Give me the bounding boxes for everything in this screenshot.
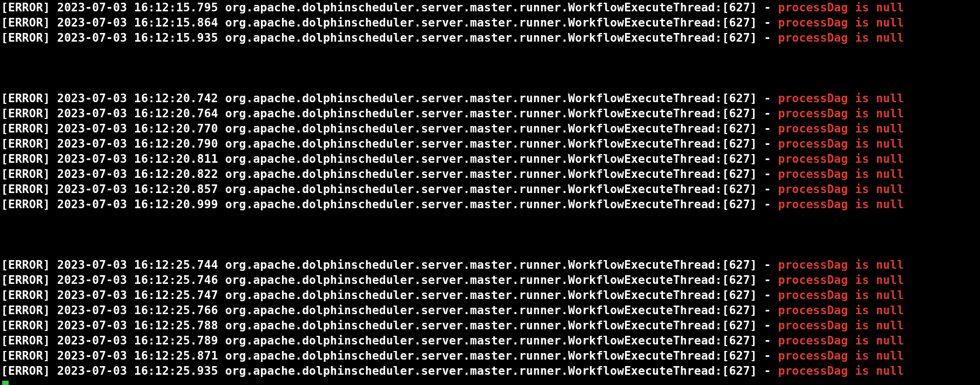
log-separator: -	[764, 1, 771, 14]
log-class: org.apache.dolphinscheduler.server.maste…	[225, 137, 757, 150]
log-message: processDag is null	[778, 122, 904, 135]
log-timestamp: 2023-07-03 16:12:20.822	[57, 167, 218, 181]
log-message: processDag is null	[778, 1, 904, 14]
log-level: [ERROR]	[1, 107, 50, 120]
log-class: org.apache.dolphinscheduler.server.maste…	[225, 182, 757, 196]
log-timestamp: 2023-07-03 16:12:15.935	[57, 31, 218, 44]
log-timestamp: 2023-07-03 16:12:15.795	[57, 1, 218, 14]
log-line: [ERROR] 2023-07-03 16:12:25.788 org.apac…	[1, 318, 979, 333]
blank-gap	[1, 212, 979, 257]
log-line: [ERROR] 2023-07-03 16:12:20.811 org.apac…	[1, 151, 979, 167]
log-level: [ERROR]	[1, 364, 50, 377]
log-line: [ERROR] 2023-07-03 16:12:25.766 org.apac…	[1, 303, 979, 318]
log-separator: -	[764, 197, 771, 211]
log-class: org.apache.dolphinscheduler.server.maste…	[225, 334, 757, 347]
log-class: org.apache.dolphinscheduler.server.maste…	[225, 91, 757, 105]
log-timestamp: 2023-07-03 16:12:20.742	[57, 91, 218, 105]
log-class: org.apache.dolphinscheduler.server.maste…	[225, 107, 757, 120]
log-timestamp: 2023-07-03 16:12:25.788	[57, 318, 218, 332]
log-message: processDag is null	[778, 364, 904, 377]
log-level: [ERROR]	[1, 273, 50, 287]
log-line: [ERROR] 2023-07-03 16:12:20.770 org.apac…	[1, 121, 979, 136]
log-line: [ERROR] 2023-07-03 16:12:15.795 org.apac…	[1, 0, 979, 15]
log-message: processDag is null	[778, 303, 904, 317]
log-separator: -	[764, 303, 771, 317]
log-separator: -	[764, 364, 771, 377]
log-line: [ERROR] 2023-07-03 16:12:20.790 org.apac…	[1, 136, 979, 151]
log-level: [ERROR]	[1, 122, 50, 135]
log-class: org.apache.dolphinscheduler.server.maste…	[225, 364, 757, 377]
log-class: org.apache.dolphinscheduler.server.maste…	[225, 273, 757, 287]
log-message: processDag is null	[778, 31, 904, 44]
log-timestamp: 2023-07-03 16:12:20.811	[57, 152, 218, 165]
log-timestamp: 2023-07-03 16:12:20.764	[57, 107, 218, 120]
blank-gap	[1, 45, 979, 91]
log-message: processDag is null	[778, 167, 904, 181]
log-message: processDag is null	[778, 349, 904, 362]
log-message: processDag is null	[778, 258, 904, 271]
log-separator: -	[764, 16, 771, 29]
log-level: [ERROR]	[1, 91, 50, 105]
log-timestamp: 2023-07-03 16:12:20.770	[57, 122, 218, 135]
log-level: [ERROR]	[1, 318, 50, 332]
log-timestamp: 2023-07-03 16:12:25.789	[57, 334, 218, 347]
log-timestamp: 2023-07-03 16:12:20.790	[57, 137, 218, 150]
log-line: [ERROR] 2023-07-03 16:12:25.935 org.apac…	[1, 363, 979, 379]
log-class: org.apache.dolphinscheduler.server.maste…	[225, 349, 757, 362]
log-timestamp: 2023-07-03 16:12:25.747	[57, 288, 218, 302]
log-message: processDag is null	[778, 318, 904, 332]
log-level: [ERROR]	[1, 137, 50, 150]
log-level: [ERROR]	[1, 167, 50, 181]
log-separator: -	[764, 107, 771, 120]
log-line: [ERROR] 2023-07-03 16:12:25.789 org.apac…	[1, 333, 979, 348]
log-level: [ERROR]	[1, 349, 50, 362]
log-class: org.apache.dolphinscheduler.server.maste…	[225, 16, 757, 29]
log-separator: -	[764, 318, 771, 332]
log-class: org.apache.dolphinscheduler.server.maste…	[225, 1, 757, 14]
terminal-output[interactable]: [ERROR] 2023-07-03 16:12:15.795 org.apac…	[0, 0, 980, 385]
log-message: processDag is null	[778, 288, 904, 302]
log-class: org.apache.dolphinscheduler.server.maste…	[225, 31, 757, 44]
log-separator: -	[764, 167, 771, 181]
log-line: [ERROR] 2023-07-03 16:12:25.746 org.apac…	[1, 273, 979, 288]
log-timestamp: 2023-07-03 16:12:25.935	[57, 364, 218, 377]
log-message: processDag is null	[778, 107, 904, 120]
log-separator: -	[764, 288, 771, 302]
log-level: [ERROR]	[1, 197, 50, 211]
log-message: processDag is null	[778, 16, 904, 29]
cursor-icon	[2, 381, 9, 385]
log-message: processDag is null	[778, 182, 904, 196]
log-timestamp: 2023-07-03 16:12:20.857	[57, 182, 218, 196]
log-class: org.apache.dolphinscheduler.server.maste…	[225, 258, 757, 271]
log-line: [ERROR] 2023-07-03 16:12:20.857 org.apac…	[1, 182, 979, 197]
log-level: [ERROR]	[1, 16, 50, 29]
log-message: processDag is null	[778, 91, 904, 105]
log-timestamp: 2023-07-03 16:12:15.864	[57, 16, 218, 29]
log-class: org.apache.dolphinscheduler.server.maste…	[225, 167, 757, 181]
log-separator: -	[764, 334, 771, 347]
log-level: [ERROR]	[1, 152, 50, 165]
log-class: org.apache.dolphinscheduler.server.maste…	[225, 288, 757, 302]
log-message: processDag is null	[778, 334, 904, 347]
log-class: org.apache.dolphinscheduler.server.maste…	[225, 318, 757, 332]
log-separator: -	[764, 182, 771, 196]
log-timestamp: 2023-07-03 16:12:25.871	[57, 349, 218, 362]
log-separator: -	[764, 258, 771, 271]
log-line: [ERROR] 2023-07-03 16:12:20.999 org.apac…	[1, 197, 979, 212]
log-message: processDag is null	[778, 137, 904, 150]
log-separator: -	[764, 137, 771, 150]
log-class: org.apache.dolphinscheduler.server.maste…	[225, 197, 757, 211]
log-level: [ERROR]	[1, 334, 50, 347]
log-timestamp: 2023-07-03 16:12:25.746	[57, 273, 218, 287]
log-separator: -	[764, 273, 771, 287]
log-line: [ERROR] 2023-07-03 16:12:20.822 org.apac…	[1, 167, 979, 182]
log-level: [ERROR]	[1, 182, 50, 196]
log-separator: -	[764, 122, 771, 135]
log-line: [ERROR] 2023-07-03 16:12:15.864 org.apac…	[1, 15, 979, 30]
log-line: [ERROR] 2023-07-03 16:12:25.744 org.apac…	[1, 257, 979, 273]
log-level: [ERROR]	[1, 1, 50, 14]
log-class: org.apache.dolphinscheduler.server.maste…	[225, 152, 757, 165]
log-line: [ERROR] 2023-07-03 16:12:15.935 org.apac…	[1, 30, 979, 45]
log-line: [ERROR] 2023-07-03 16:12:25.747 org.apac…	[1, 288, 979, 303]
log-separator: -	[764, 91, 771, 105]
